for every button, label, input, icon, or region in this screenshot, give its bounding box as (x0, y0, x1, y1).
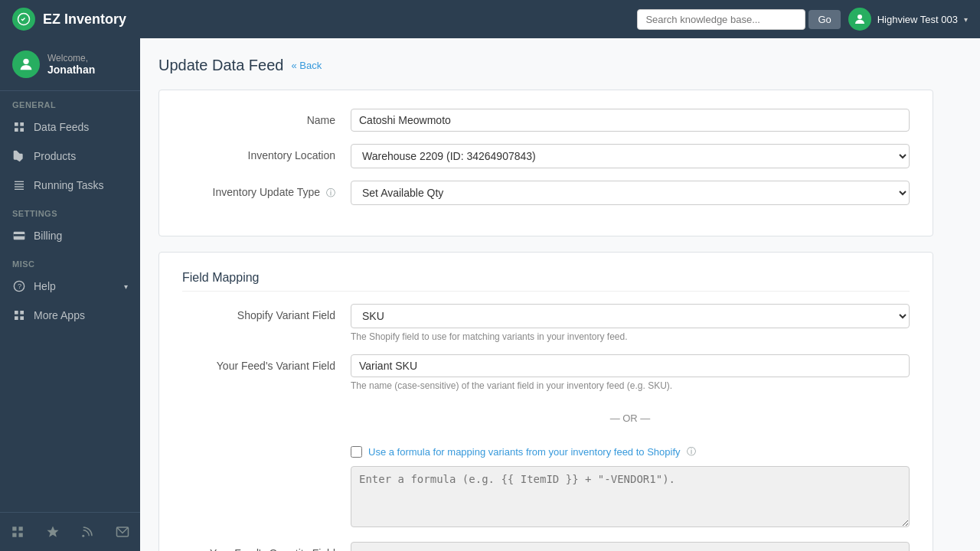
sidebar-general-label: GENERAL (0, 91, 140, 112)
svg-point-24 (83, 535, 85, 537)
svg-rect-21 (12, 533, 16, 537)
svg-marker-23 (47, 527, 58, 537)
inventory-location-row: Inventory Location Warehouse 2209 (ID: 3… (182, 144, 910, 168)
svg-rect-17 (15, 316, 18, 320)
user-avatar (848, 8, 871, 31)
dashboard-icon[interactable] (6, 520, 29, 543)
or-divider-1: — OR — (351, 412, 910, 424)
formula-checkbox-row: Use a formula for mapping variants from … (182, 445, 910, 530)
topbar-left: EZ Inventory (12, 8, 126, 31)
sidebar-item-data-feeds[interactable]: Data Feeds (0, 112, 140, 142)
svg-rect-16 (20, 311, 24, 315)
sidebar-running-tasks-label: Running Tasks (34, 179, 128, 191)
inventory-location-control: Warehouse 2209 (ID: 34264907843) (351, 144, 910, 168)
feed-variant-field-row: Your Feed's Variant Field The name (case… (182, 354, 910, 391)
inventory-update-type-label: Inventory Update Type ⓘ (182, 181, 351, 200)
sidebar-billing-label: Billing (34, 230, 128, 242)
shopify-variant-field-select[interactable]: SKU Barcode Variant ID (351, 304, 910, 328)
svg-rect-20 (18, 527, 22, 530)
formula-checkbox-spacer (182, 445, 351, 451)
inventory-location-select[interactable]: Warehouse 2209 (ID: 34264907843) (351, 144, 910, 168)
formula-info-icon[interactable]: ⓘ (687, 445, 696, 458)
or-label-spacer (182, 403, 351, 409)
sidebar-more-apps-label: More Apps (34, 309, 128, 321)
search-wrapper: Go (637, 9, 840, 30)
or-divider-wrapper: — OR — (351, 403, 910, 433)
rss-icon[interactable] (76, 520, 99, 543)
sidebar-item-billing[interactable]: Billing (0, 221, 140, 250)
or-divider-row: — OR — (182, 403, 910, 433)
sidebar-avatar (12, 51, 40, 78)
formula-textarea[interactable] (351, 466, 910, 527)
svg-rect-9 (15, 186, 24, 187)
main-content: Update Data Feed « Back Name Inventory L… (140, 38, 980, 551)
formula-checkbox-wrapper: Use a formula for mapping variants from … (351, 445, 910, 458)
inventory-update-type-control: Set Available Qty Increment/Decrement (351, 181, 910, 205)
feed-quantity-field-input[interactable] (351, 542, 910, 551)
inventory-update-type-select[interactable]: Set Available Qty Increment/Decrement (351, 181, 910, 205)
feed-variant-field-input[interactable] (351, 354, 910, 377)
update-type-info-icon[interactable]: ⓘ (326, 187, 335, 198)
topbar: EZ Inventory Go Highview Test 003 ▾ (0, 0, 980, 38)
svg-text:?: ? (18, 282, 21, 290)
tag-icon (12, 149, 26, 163)
field-mapping-card: Field Mapping Shopify Variant Field SKU … (158, 252, 933, 551)
formula-checkbox-label[interactable]: Use a formula for mapping variants from … (368, 446, 681, 458)
go-button[interactable]: Go (808, 10, 840, 29)
formula-checkbox-control: Use a formula for mapping variants from … (351, 445, 910, 530)
name-row: Name (182, 109, 910, 132)
chevron-down-icon: ▾ (964, 15, 968, 24)
feed-variant-field-control: The name (case-sensitive) of the variant… (351, 354, 910, 391)
layout: Welcome, Jonathan GENERAL Data Feeds Pro… (0, 38, 980, 551)
shopify-variant-field-label: Shopify Variant Field (182, 304, 351, 321)
back-link[interactable]: « Back (291, 60, 322, 71)
credit-card-icon (12, 229, 26, 243)
svg-rect-22 (18, 533, 22, 537)
svg-point-2 (23, 59, 28, 64)
sidebar-user-text: Welcome, Jonathan (47, 53, 95, 76)
formula-checkbox[interactable] (351, 446, 362, 458)
sidebar-username: Jonathan (47, 64, 95, 76)
user-name: Highview Test 003 (877, 14, 958, 25)
star-icon[interactable] (41, 520, 64, 543)
sidebar-welcome: Welcome, (47, 53, 95, 64)
shopify-variant-field-hint: The Shopify field to use for matching va… (351, 331, 910, 342)
content-wrapper: Update Data Feed « Back Name Inventory L… (140, 38, 952, 551)
help-icon: ? (12, 279, 26, 293)
grid-icon (12, 120, 26, 134)
sidebar-item-products[interactable]: Products (0, 142, 140, 171)
svg-rect-18 (20, 316, 24, 320)
svg-rect-15 (15, 311, 18, 315)
chevron-right-icon: ▾ (124, 282, 128, 291)
sidebar-products-label: Products (34, 150, 128, 162)
inventory-update-type-row: Inventory Update Type ⓘ Set Available Qt… (182, 181, 910, 205)
user-area[interactable]: Highview Test 003 ▾ (848, 8, 968, 31)
search-input[interactable] (637, 9, 805, 30)
svg-rect-4 (20, 122, 24, 126)
shopify-variant-field-control: SKU Barcode Variant ID The Shopify field… (351, 304, 910, 342)
inventory-location-label: Inventory Location (182, 144, 351, 161)
app-logo (12, 8, 35, 31)
feed-variant-field-label: Your Feed's Variant Field (182, 354, 351, 372)
name-input[interactable] (351, 109, 910, 132)
svg-rect-7 (15, 181, 24, 182)
svg-rect-8 (15, 184, 24, 184)
feed-quantity-field-control: The name (case-sensitive) of the invento… (351, 542, 910, 551)
svg-rect-19 (12, 527, 16, 530)
mail-icon[interactable] (111, 520, 134, 543)
svg-point-1 (858, 15, 862, 19)
list-icon (12, 178, 26, 192)
sidebar-item-more-apps[interactable]: More Apps (0, 301, 140, 330)
app-title: EZ Inventory (43, 11, 126, 28)
more-apps-icon (12, 308, 26, 322)
svg-rect-5 (15, 128, 18, 132)
svg-rect-12 (14, 234, 25, 236)
sidebar-bottom (0, 512, 140, 551)
sidebar-user-section: Welcome, Jonathan (0, 38, 140, 91)
sidebar-data-feeds-label: Data Feeds (34, 121, 128, 133)
sidebar-item-help[interactable]: ? Help ▾ (0, 272, 140, 301)
sidebar-item-running-tasks[interactable]: Running Tasks (0, 171, 140, 200)
sidebar: Welcome, Jonathan GENERAL Data Feeds Pro… (0, 38, 140, 551)
svg-rect-3 (15, 122, 18, 126)
page-title: Update Data Feed (158, 57, 283, 74)
